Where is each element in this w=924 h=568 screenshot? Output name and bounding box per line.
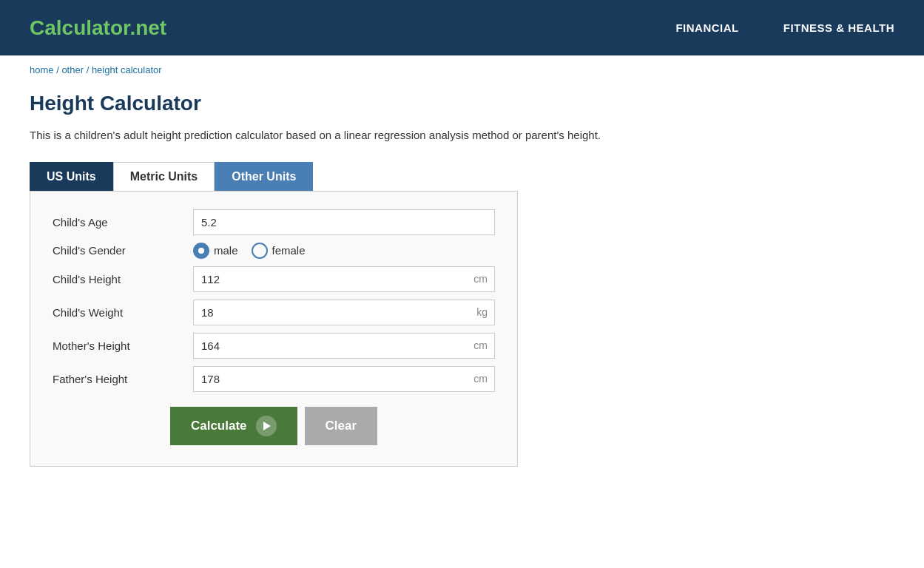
gender-male-label: male	[214, 244, 238, 257]
father-height-label: Father's Height	[53, 373, 193, 385]
age-input[interactable]	[193, 209, 495, 235]
child-weight-input[interactable]	[193, 300, 495, 325]
gender-label: Child's Gender	[53, 244, 193, 257]
site-logo[interactable]: Calculator.net	[30, 16, 166, 40]
father-height-unit: cm	[473, 373, 488, 385]
main-nav: FINANCIAL FITNESS & HEALTH	[675, 21, 894, 34]
site-header: Calculator.net FINANCIAL FITNESS & HEALT…	[0, 0, 924, 55]
gender-female-option[interactable]: female	[252, 243, 306, 259]
child-weight-row: Child's Weight kg	[53, 300, 495, 325]
breadcrumb-current: height calculator	[92, 64, 162, 75]
mother-height-input-wrap: cm	[193, 333, 495, 359]
gender-female-radio[interactable]	[252, 243, 268, 259]
breadcrumb: home / other / height calculator	[0, 55, 924, 84]
child-height-unit: cm	[473, 273, 488, 285]
child-height-label: Child's Height	[53, 273, 193, 285]
clear-button[interactable]: Clear	[305, 407, 378, 445]
mother-height-row: Mother's Height cm	[53, 333, 495, 359]
father-height-input[interactable]	[193, 366, 495, 392]
gender-female-label: female	[272, 244, 306, 257]
gender-options: male female	[193, 243, 495, 259]
calculate-button[interactable]: Calculate	[170, 407, 297, 445]
child-weight-unit: kg	[476, 306, 488, 318]
child-weight-input-wrap: kg	[193, 300, 495, 325]
gender-row: Child's Gender male female	[53, 243, 495, 259]
nav-fitness[interactable]: FITNESS & HEALTH	[783, 21, 894, 34]
calculate-label: Calculate	[191, 419, 247, 433]
age-input-wrap	[193, 209, 495, 235]
buttons-row: Calculate Clear	[53, 407, 495, 445]
mother-height-label: Mother's Height	[53, 339, 193, 352]
breadcrumb-home[interactable]: home	[30, 64, 54, 75]
breadcrumb-other[interactable]: other	[61, 64, 84, 75]
calculator-box: Child's Age Child's Gender male female C…	[30, 191, 518, 467]
tab-us-units[interactable]: US Units	[30, 162, 113, 191]
tab-other-units[interactable]: Other Units	[215, 162, 313, 191]
mother-height-unit: cm	[473, 339, 488, 351]
play-triangle-icon	[263, 422, 271, 430]
child-height-input-wrap: cm	[193, 266, 495, 292]
age-row: Child's Age	[53, 209, 495, 235]
tab-metric-units[interactable]: Metric Units	[113, 162, 215, 191]
child-height-row: Child's Height cm	[53, 266, 495, 292]
calculate-play-icon	[256, 416, 277, 436]
father-height-row: Father's Height cm	[53, 366, 495, 392]
father-height-input-wrap: cm	[193, 366, 495, 392]
mother-height-input[interactable]	[193, 333, 495, 359]
nav-financial[interactable]: FINANCIAL	[675, 21, 738, 34]
page-title: Height Calculator	[30, 92, 636, 115]
logo-net: net	[135, 16, 166, 39]
main-content: Height Calculator This is a children's a…	[0, 84, 666, 496]
child-weight-label: Child's Weight	[53, 306, 193, 319]
logo-calculator: Calculator.	[30, 16, 135, 39]
gender-male-option[interactable]: male	[193, 243, 238, 259]
child-height-input[interactable]	[193, 266, 495, 292]
page-description: This is a children's adult height predic…	[30, 127, 607, 144]
gender-male-radio[interactable]	[193, 243, 209, 259]
unit-tabs: US Units Metric Units Other Units	[30, 162, 636, 191]
age-label: Child's Age	[53, 216, 193, 229]
